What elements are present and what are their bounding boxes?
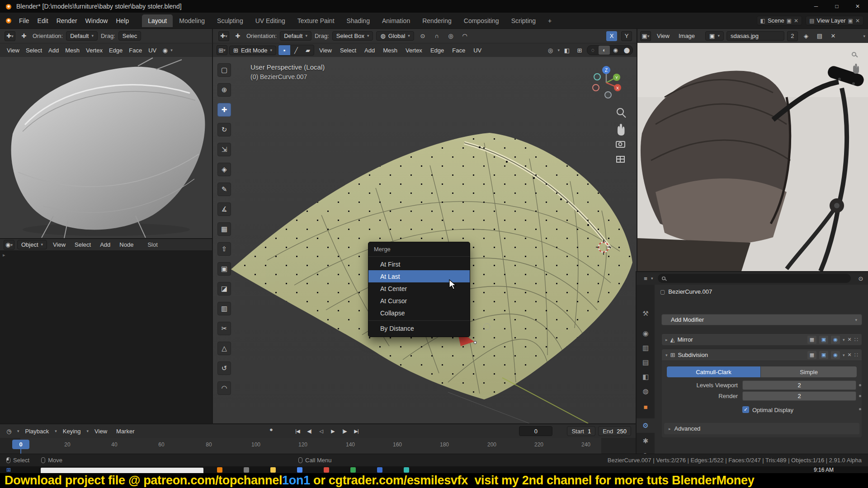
tool-measure[interactable]: ∡ [217, 202, 231, 216]
xray-toggle-icon[interactable]: ◧ [561, 45, 572, 55]
tool-extrude[interactable]: ⇧ [217, 242, 231, 256]
pan-hand-icon[interactable] [618, 124, 625, 136]
tab-view-layer[interactable]: ▤ [637, 355, 655, 370]
unlink-image-icon[interactable]: ✕ [828, 31, 839, 41]
axis-neg-x-ball[interactable] [593, 84, 599, 91]
tool-rotate[interactable]: ↻ [217, 123, 231, 136]
app-icon[interactable] [297, 467, 302, 473]
pivot-point-icon[interactable]: ⊙ [417, 31, 428, 41]
orientation-dropdown[interactable]: Default▾ [280, 31, 311, 41]
add-modifier-dropdown[interactable]: Add Modifier ▾ [661, 314, 862, 325]
copy-view-layer-icon[interactable]: ▣ [848, 18, 853, 24]
folder-taskbar-icon[interactable] [270, 467, 276, 473]
tab-tool[interactable]: ⚒ [637, 306, 655, 321]
show-in-render-icon[interactable]: ◉ [831, 336, 840, 344]
pan-hand-icon[interactable] [851, 64, 860, 74]
expand-region-icon[interactable]: ▸ [3, 252, 5, 258]
tab-modeling[interactable]: Modeling [173, 14, 211, 27]
show-in-editmode-icon[interactable]: ▦ [807, 336, 816, 344]
menu-view[interactable]: View [91, 425, 110, 437]
copy-scene-icon[interactable]: ▣ [787, 18, 792, 24]
animate-dot[interactable] [859, 408, 861, 410]
node-editor-canvas[interactable]: ▸ [0, 250, 213, 423]
menu-view[interactable]: View [4, 44, 23, 56]
secondary-3d-viewport[interactable] [0, 57, 213, 238]
menu-select[interactable]: Select [23, 44, 45, 56]
menu-keying[interactable]: Keying [60, 425, 84, 437]
tab-physics[interactable]: ⟳ [637, 448, 655, 454]
shading-material[interactable]: ◉ [610, 46, 621, 55]
menu-uv[interactable]: UV [470, 44, 485, 56]
breadcrumb-object-name[interactable]: BezierCurve.007 [668, 288, 712, 295]
add-workspace-button[interactable]: + [542, 14, 557, 27]
tab-scene[interactable]: ◧ [637, 370, 655, 384]
menu-playback[interactable]: Playback [22, 425, 52, 437]
menu-add[interactable]: Add [97, 239, 113, 251]
axis-neg-z-ball[interactable] [605, 92, 611, 98]
menu-file[interactable]: File [15, 14, 33, 28]
vertex-select-mode[interactable]: ▪ [278, 45, 290, 55]
subdivision-type-simple[interactable]: Simple [761, 366, 857, 377]
menu-face[interactable]: Face [126, 44, 145, 56]
tool-poly-build[interactable]: △ [217, 342, 231, 355]
snap-magnet-icon[interactable]: ∩ [431, 31, 442, 41]
tab-scripting[interactable]: Scripting [505, 14, 542, 27]
editor-type-icon[interactable]: ≡ [640, 273, 651, 283]
slot-label[interactable]: Slot [147, 241, 157, 248]
auto-keying-record-icon[interactable]: ● [269, 426, 273, 433]
eye-icon[interactable]: ◉ [160, 45, 170, 55]
menu-edge[interactable]: Edge [427, 44, 447, 56]
tab-particles[interactable]: ✱ [637, 434, 655, 448]
tool-scale[interactable]: ⇲ [217, 143, 231, 156]
menu-marker[interactable]: Marker [113, 425, 137, 437]
next-keyframe-button[interactable]: |▶ [339, 426, 350, 436]
animate-dot[interactable] [859, 395, 861, 397]
modifier-extras-icon[interactable]: ▾ [843, 338, 845, 342]
remove-modifier-icon[interactable]: ✕ [848, 352, 852, 358]
properties-search-input[interactable] [658, 274, 851, 283]
scene-selector[interactable]: ◧ Scene ▣ ✕ [757, 16, 802, 25]
zoom-icon[interactable] [852, 50, 856, 58]
start-button-icon[interactable]: ⊞ [6, 467, 11, 473]
drag-dropdown[interactable]: Select Box▾ [332, 31, 373, 41]
app-icon[interactable] [350, 467, 356, 473]
shading-wireframe[interactable]: ◌ [587, 46, 599, 55]
show-in-editmode-icon[interactable]: ▦ [807, 351, 816, 359]
menu-uv[interactable]: UV [145, 44, 160, 56]
modifier-extras-icon[interactable]: ▾ [843, 353, 845, 357]
render-levels-field[interactable]: 2 [742, 391, 856, 401]
drag-handle-icon[interactable]: ∷ [854, 336, 858, 343]
grid-ortho-icon[interactable]: ⊞ [574, 45, 585, 55]
menu-select[interactable]: Select [71, 239, 94, 251]
tool-add-cube[interactable]: ▦ [217, 222, 231, 236]
menu-node[interactable]: Node [116, 239, 137, 251]
shader-mode-dropdown[interactable]: Object▾ [17, 240, 47, 249]
tab-uv-editing[interactable]: UV Editing [250, 14, 291, 27]
move-tool-icon[interactable]: ✚ [232, 31, 243, 41]
active-tool-icon[interactable]: ✚▾ [5, 31, 15, 41]
tab-object[interactable]: ■ [637, 399, 655, 414]
menu-vertex[interactable]: Vertex [83, 44, 106, 56]
play-button[interactable]: ▶ [327, 426, 339, 436]
tab-layout[interactable]: Layout [142, 14, 173, 27]
drag-dropdown[interactable]: Selec [118, 31, 142, 41]
menu-view[interactable]: View [50, 239, 69, 251]
menu-window[interactable]: Window [81, 14, 112, 28]
menu-image[interactable]: Image [675, 30, 698, 42]
camera-view-icon[interactable] [616, 141, 625, 147]
jump-to-start-button[interactable]: |◀ [292, 426, 303, 436]
advanced-subpanel-header[interactable]: ▸ Advanced [664, 423, 859, 434]
tool-bevel[interactable]: ◪ [217, 282, 231, 296]
current-frame-field[interactable]: 0 [519, 426, 552, 436]
collapse-icon[interactable]: ▾ [665, 353, 668, 357]
tab-output[interactable]: ▥ [637, 341, 655, 355]
tool-spin[interactable]: ↺ [217, 361, 231, 375]
zoom-icon[interactable] [617, 108, 626, 117]
play-reverse-button[interactable]: ◁ [315, 426, 327, 436]
close-button[interactable]: ✕ [847, 0, 868, 13]
dropdown-icon[interactable]: ▾ [170, 48, 173, 52]
tool-knife[interactable]: ✂ [217, 322, 231, 335]
tool-inset[interactable]: ▣ [217, 262, 231, 276]
prev-keyframe-button[interactable]: ◀| [303, 426, 315, 436]
edge-select-mode[interactable]: ╱ [290, 45, 302, 55]
